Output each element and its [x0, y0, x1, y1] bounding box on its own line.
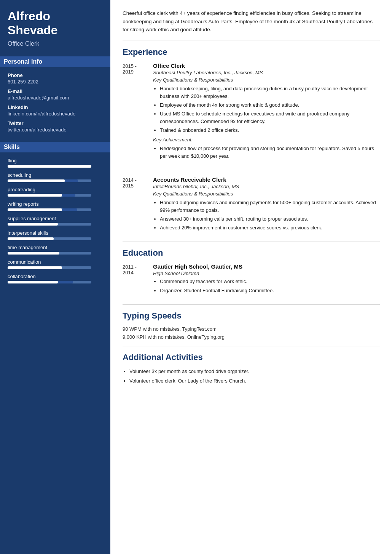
skill-label: time management	[8, 245, 103, 250]
skill-bar-fill	[8, 179, 65, 182]
skill-label: interpersonal skills	[8, 230, 103, 236]
education-list: 2011 - 2014Gautier High School, Gautier,…	[123, 263, 380, 296]
activities-heading: Additional Activities	[123, 352, 380, 362]
experience-heading: Experience	[123, 47, 380, 57]
skill-bar-fill	[8, 281, 58, 283]
activity-bullet-item: Volunteer 3x per month as county food dr…	[129, 368, 380, 376]
skill-bar-bg	[8, 237, 91, 240]
edu-bullet-item: Commended by teachers for work ethic.	[160, 278, 380, 285]
summary-text: Cheerful office clerk with 4+ years of e…	[123, 9, 380, 40]
phone-value: 601-259-2202	[8, 79, 103, 85]
edu-body: Gautier High School, Gautier, MSHigh Sch…	[153, 263, 380, 296]
skill-bar-bg	[8, 266, 91, 269]
entry-bullets: Handled bookkeeping, filing, and data pr…	[153, 85, 380, 134]
education-section: Education 2011 - 2014Gautier High School…	[123, 248, 380, 296]
skill-bar-bg	[8, 194, 91, 197]
skill-bar-bg	[8, 165, 91, 168]
email-label: E-mail	[8, 88, 103, 94]
typing-heading: Typing Speeds	[123, 311, 380, 321]
skill-bar-fill	[8, 194, 62, 197]
bullet-item: Used MS Office to schedule meetings for …	[160, 110, 380, 125]
skill-bar-accent	[65, 179, 78, 182]
activities-list: Volunteer 3x per month as county food dr…	[123, 368, 380, 385]
degree: High School Diploma	[153, 271, 380, 276]
skill-item: collaboration	[8, 274, 103, 283]
skills-section: Skills flingschedulingproofreadingwritin…	[8, 142, 103, 283]
activities-section: Additional Activities Volunteer 3x per m…	[123, 352, 380, 385]
skill-item: communication	[8, 259, 103, 269]
experience-list: 2015 - 2019Office ClerkSoutheast Poultry…	[123, 62, 380, 234]
education-heading: Education	[123, 248, 380, 258]
typing-section: Typing Speeds 90 WPM with no mistakes, T…	[123, 311, 380, 340]
entry-body: Accounts Receivable ClerkIntelliRounds G…	[153, 176, 380, 234]
linkedin-label: LinkedIn	[8, 104, 103, 110]
skills-list: flingschedulingproofreadingwriting repor…	[8, 158, 103, 283]
entry-bullets: Handled outgoing invoices and incoming p…	[153, 199, 380, 232]
skill-bar-accent	[62, 208, 77, 211]
typing-list: 90 WPM with no mistakes, TypingTest.com9…	[123, 326, 380, 340]
skill-bar-bg	[8, 252, 91, 255]
achievement-bullet-item: Redesigned flow of process for providing…	[160, 145, 380, 160]
skill-label: supplies management	[8, 216, 103, 221]
skill-label: writing reports	[8, 201, 103, 207]
entry-key-qual: Key Qualifications & Responsibilities	[153, 191, 380, 197]
divider-education	[123, 242, 380, 242]
entry-dates: 2015 - 2019	[123, 62, 153, 162]
typing-entry: 9,000 KPH with no mistakes, OnlineTyping…	[123, 334, 380, 340]
entry-key-qual: Key Qualifications & Responsibilities	[153, 77, 380, 83]
skill-item: writing reports	[8, 201, 103, 211]
bullet-item: Handled bookkeeping, filing, and data pr…	[160, 85, 380, 100]
experience-divider	[123, 170, 380, 170]
skill-bar-bg	[8, 281, 91, 283]
experience-entry: 2015 - 2019Office ClerkSoutheast Poultry…	[123, 62, 380, 162]
email-value: alfredoshevade@gmail.com	[8, 95, 103, 101]
skill-bar-fill	[8, 252, 59, 255]
skill-item: scheduling	[8, 172, 103, 182]
bullet-item: Employee of the month 4x for strong work…	[160, 101, 380, 109]
skill-bar-accent	[62, 194, 75, 197]
skill-label: scheduling	[8, 172, 103, 178]
entry-job-title: Accounts Receivable Clerk	[153, 176, 380, 183]
skill-item: time management	[8, 245, 103, 255]
twitter-label: Twitter	[8, 120, 103, 126]
skill-bar-bg	[8, 179, 91, 182]
skill-bar-fill	[8, 208, 62, 211]
education-entry: 2011 - 2014Gautier High School, Gautier,…	[123, 263, 380, 296]
skill-bar-fill	[8, 165, 91, 168]
school-name: Gautier High School, Gautier, MS	[153, 263, 380, 270]
edu-bullet-item: Organizer, Student Football Fundraising …	[160, 287, 380, 295]
candidate-name: Alfredo Shevade	[8, 9, 103, 37]
entry-job-title: Office Clerk	[153, 62, 380, 69]
skill-label: communication	[8, 259, 103, 265]
skill-item: supplies management	[8, 216, 103, 226]
achievement-heading: Key Achievement:	[153, 137, 380, 143]
personal-info-heading: Personal Info	[0, 56, 110, 67]
experience-entry: 2014 - 2015Accounts Receivable ClerkInte…	[123, 176, 380, 234]
skill-item: interpersonal skills	[8, 230, 103, 240]
sidebar: Alfredo Shevade Office Clerk Personal In…	[0, 0, 110, 554]
skill-bar-bg	[8, 208, 91, 211]
skills-heading: Skills	[0, 142, 110, 152]
bullet-item: Achieved 20% improvement in customer ser…	[160, 224, 380, 232]
entry-dates: 2014 - 2015	[123, 176, 153, 234]
twitter-value: twitter.com/alfredoshevade	[8, 127, 103, 133]
skill-bar-fill	[8, 223, 58, 226]
divider-typing	[123, 304, 380, 305]
skill-bar-fill	[8, 237, 54, 240]
bullet-item: Answered 30+ incoming calls per shift, r…	[160, 215, 380, 223]
achievement-bullets: Redesigned flow of process for providing…	[153, 145, 380, 160]
skill-item: fling	[8, 158, 103, 168]
skill-label: collaboration	[8, 274, 103, 279]
skill-label: fling	[8, 158, 103, 163]
bullet-item: Trained & onboarded 2 office clerks.	[160, 126, 380, 134]
skill-bar-fill	[8, 266, 62, 269]
experience-section: Experience 2015 - 2019Office ClerkSouthe…	[123, 47, 380, 234]
typing-entry: 90 WPM with no mistakes, TypingTest.com	[123, 326, 380, 332]
edu-bullets: Commended by teachers for work ethic.Org…	[153, 278, 380, 294]
skill-item: proofreading	[8, 187, 103, 197]
activity-bullet-item: Volunteer office clerk, Our Lady of the …	[129, 377, 380, 385]
bullet-item: Handled outgoing invoices and incoming p…	[160, 199, 380, 214]
divider-activities	[123, 346, 380, 346]
entry-company: IntelliRounds Global, Inc., Jackson, MS	[153, 184, 380, 189]
main-content: Cheerful office clerk with 4+ years of e…	[110, 0, 392, 554]
